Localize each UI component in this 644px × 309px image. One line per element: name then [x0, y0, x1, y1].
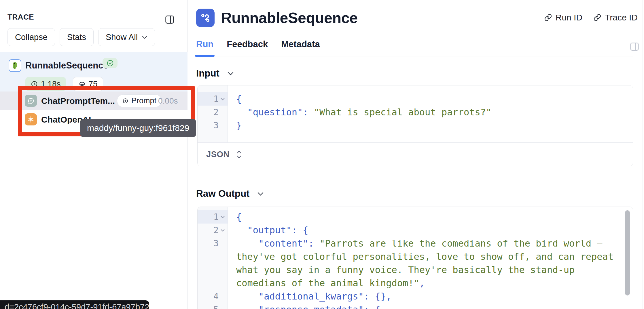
toggle-side-panel-icon[interactable]	[630, 42, 639, 51]
line-number: 5	[209, 303, 219, 309]
prompt-badge-icon	[122, 98, 129, 104]
code-line-text: "output": {	[228, 224, 633, 237]
prompt-template-icon	[25, 95, 37, 107]
tab-run[interactable]: Run	[196, 39, 213, 56]
code-line-text: {	[228, 92, 633, 106]
line-number-gutter: 2	[198, 224, 228, 237]
show-all-label: Show All	[106, 33, 138, 42]
run-detail-panel: RunnableSequence Run ID Trace ID	[187, 0, 643, 309]
run-type-badge: Prompt	[117, 94, 162, 107]
root-run-badges: 1.18s 75	[25, 77, 103, 91]
input-code-editor: 1{2 "question": "What is special about p…	[198, 85, 633, 142]
tab-metadata[interactable]: Metadata	[281, 39, 320, 56]
clock-icon	[31, 80, 38, 88]
line-number: 2	[209, 224, 219, 237]
code-line: 1{	[198, 92, 633, 106]
parrot-icon	[9, 59, 21, 72]
duration-value: 1.18s	[41, 79, 61, 89]
code-line: 3}	[198, 119, 633, 132]
token-count-value: 75	[89, 79, 98, 89]
format-select[interactable]: JSON	[206, 150, 230, 159]
run-id-label: Run ID	[556, 13, 582, 22]
chevron-down-icon	[257, 192, 264, 196]
chevron-down-icon	[142, 35, 147, 39]
input-heading-label: Input	[196, 68, 219, 79]
code-line: 1{	[198, 210, 633, 224]
run-label: ChatPromptTem...	[41, 91, 115, 110]
root-run-label[interactable]: RunnableSequence	[25, 59, 108, 72]
stats-button[interactable]: Stats	[60, 28, 94, 46]
code-line-text: "response_metadata": {	[228, 303, 633, 309]
sidebar-title: TRACE	[7, 13, 34, 22]
line-number-gutter: 2	[198, 106, 228, 119]
collapse-button-label: Collapse	[15, 33, 48, 42]
tab-feedback[interactable]: Feedback	[227, 39, 268, 56]
code-line-text: }	[228, 119, 633, 132]
trace-view-app: TRACE Collapse Stats Show All	[0, 0, 644, 309]
trace-sidebar: TRACE Collapse Stats Show All	[0, 0, 187, 309]
raw-output-code-card: 1{2 "output": {3 "content": "Parrots are…	[197, 207, 633, 309]
line-number-gutter: 5	[198, 303, 228, 309]
page-title: RunnableSequence	[221, 9, 358, 26]
runnable-sequence-icon	[196, 9, 215, 27]
raw-output-heading-label: Raw Output	[196, 188, 249, 199]
run-tabs: Run Feedback Metadata	[196, 39, 633, 56]
code-line-text: {	[228, 210, 633, 224]
line-number-gutter: 1	[198, 210, 228, 224]
chat-bubble-plus-icon	[27, 97, 35, 105]
code-line: 2 "output": {	[198, 224, 633, 237]
code-line-text: "content": "Parrots are like the comedia…	[228, 237, 633, 290]
raw-output-section-heading[interactable]: Raw Output	[196, 188, 643, 199]
line-number-gutter: 4	[198, 290, 228, 303]
sidebar-toolbar: Collapse Stats Show All	[7, 28, 155, 46]
fold-chevron-icon[interactable]	[220, 98, 225, 101]
fold-chevron-icon[interactable]	[220, 215, 225, 219]
run-id-button[interactable]: Run ID	[544, 13, 582, 22]
status-url-tooltip: d=2c476cf9-014c-59d7-91fd-67a97b72b632	[0, 300, 149, 309]
collapse-button[interactable]: Collapse	[7, 28, 55, 46]
link-icon	[544, 14, 552, 22]
run-duration: 0.00s	[158, 91, 178, 110]
check-circle-icon	[106, 59, 114, 67]
input-code-card: 1{2 "question": "What is special about p…	[197, 85, 633, 166]
line-number-gutter: 3	[198, 119, 228, 132]
trace-id-button[interactable]: Trace ID	[593, 13, 638, 22]
line-number: 4	[209, 290, 219, 303]
line-number: 2	[209, 106, 219, 119]
scrollbar-thumb[interactable]	[625, 210, 630, 295]
route-icon	[199, 12, 211, 24]
raw-output-code-editor: 1{2 "output": {3 "content": "Parrots are…	[198, 207, 633, 309]
line-number: 3	[209, 119, 219, 132]
code-line: 4 "additional_kwargs": {},	[198, 290, 633, 303]
show-all-dropdown[interactable]: Show All	[98, 28, 155, 46]
prompt-ref-tooltip: maddy/funny-guy:f961f829	[80, 119, 196, 137]
collapse-panel-icon[interactable]	[165, 15, 174, 24]
input-card-footer: JSON	[198, 142, 633, 166]
fold-chevron-icon[interactable]	[220, 229, 225, 232]
duration-badge: 1.18s	[25, 77, 66, 91]
line-number: 1	[209, 210, 219, 224]
trace-id-label: Trace ID	[605, 13, 638, 22]
code-line-text: "question": "What is special about parro…	[228, 106, 633, 119]
link-icon	[593, 14, 601, 22]
code-line: 3 "content": "Parrots are like the comed…	[198, 237, 633, 290]
input-section-heading[interactable]: Input	[196, 68, 643, 79]
run-type-label: Prompt	[131, 96, 156, 105]
select-updown-icon[interactable]	[236, 150, 242, 159]
tree-row-chat-prompt-template[interactable]: ChatPromptTem... Prompt 0.00s	[0, 91, 187, 110]
code-line: 5 "response_metadata": {	[198, 303, 633, 309]
token-icon	[78, 80, 86, 88]
openai-icon	[25, 113, 37, 125]
success-status-badge	[103, 58, 118, 68]
line-number: 3	[209, 237, 219, 250]
code-line: 2 "question": "What is special about par…	[198, 106, 633, 119]
line-number-gutter: 3	[198, 237, 228, 290]
chevron-down-icon	[227, 71, 234, 76]
line-number-gutter: 1	[198, 92, 228, 106]
code-line-text: "additional_kwargs": {},	[228, 290, 633, 303]
line-number: 1	[209, 92, 219, 106]
token-count-badge: 75	[73, 77, 103, 91]
id-links: Run ID Trace ID	[544, 13, 638, 22]
stats-button-label: Stats	[67, 33, 86, 42]
